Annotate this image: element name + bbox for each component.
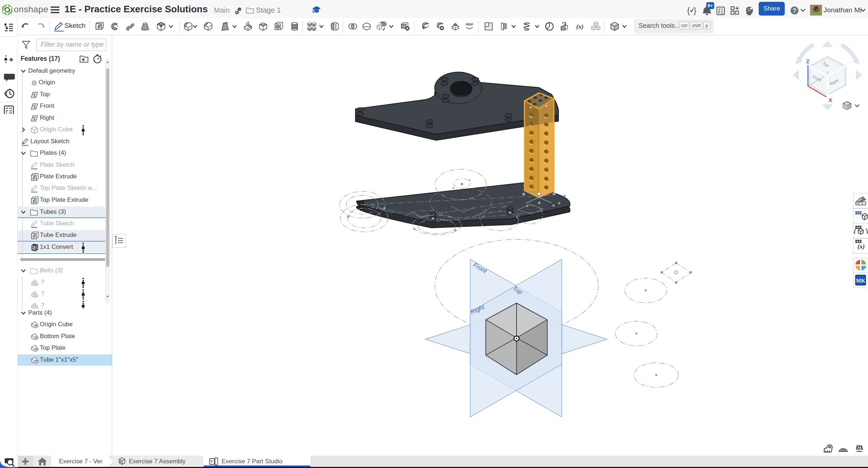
svg-text:X: X [829,97,832,103]
svg-text:?: ? [793,8,796,14]
svg-text:Z: Z [806,58,809,64]
svg-text:(x): (x) [576,23,583,30]
svg-text:9+: 9+ [708,3,713,8]
svg-text:}: } [694,6,696,15]
svg-text:{: { [687,6,690,15]
svg-text:(x): (x) [858,243,865,250]
svg-text:MK: MK [856,278,865,284]
svg-text:Y: Y [826,70,829,76]
